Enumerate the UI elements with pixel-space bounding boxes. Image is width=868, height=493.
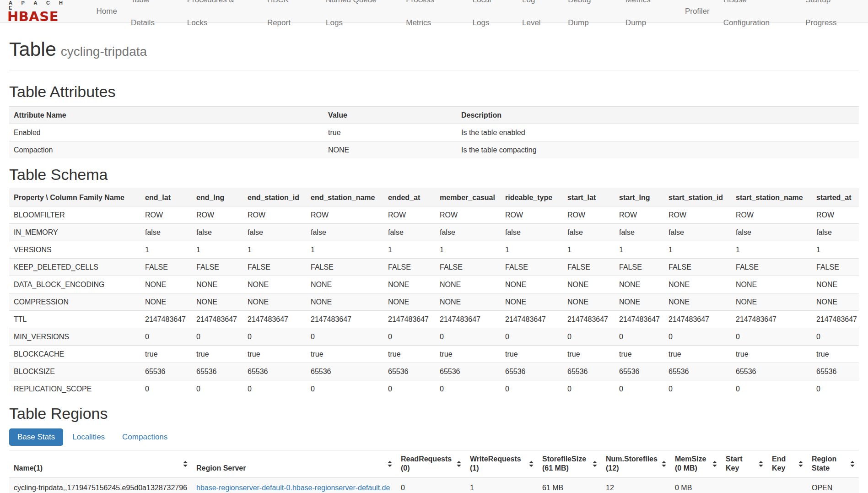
schema-property-value: FALSE (563, 259, 615, 276)
schema-property-value: 0 (243, 328, 306, 346)
nav-item-debug-dump[interactable]: Debug Dump (561, 0, 619, 34)
schema-property-value: 0 (501, 328, 563, 346)
region-read-requests-cell: 0 (396, 478, 465, 493)
schema-property-value: 0 (731, 380, 812, 398)
nav-item-hbase-configuration[interactable]: HBase Configuration (717, 0, 799, 34)
schema-property-value: 1 (563, 241, 615, 259)
top-navbar: A P A C H E HBASE HomeTable DetailsProce… (0, 0, 868, 23)
schema-property-value: true (435, 346, 501, 363)
sort-icon (662, 461, 666, 467)
regions-col-header-region-server[interactable]: Region Server (192, 450, 396, 478)
regions-col-header-end-key[interactable]: End Key (767, 450, 807, 478)
table-row: BLOCKCACHEtruetruetruetruetruetruetruetr… (9, 346, 859, 363)
schema-property-value: 65536 (615, 363, 664, 380)
schema-property-name: TTL (9, 311, 140, 328)
schema-property-value: ROW (435, 206, 501, 224)
regions-col-header-region-state[interactable]: Region State (807, 450, 859, 478)
regions-col-header-num-storefiles-12[interactable]: Num.Storefiles (12) (601, 450, 670, 478)
schema-property-value: 0 (664, 380, 731, 398)
schema-property-name: BLOCKCACHE (9, 346, 140, 363)
regions-col-header-memsize-0-mb[interactable]: MemSize (0 MB) (670, 450, 721, 478)
schema-family-header-start-station-id: start_station_id (664, 189, 731, 206)
region-start-key-cell (721, 478, 767, 493)
table-row: IN_MEMORYfalsefalsefalsefalsefalsefalsef… (9, 224, 859, 241)
schema-property-value: NONE (192, 276, 243, 293)
regions-col-header-readrequests-0[interactable]: ReadRequests (0) (396, 450, 465, 478)
schema-family-header-start-lat: start_lat (563, 189, 615, 206)
regions-col-header-name-1[interactable]: Name(1) (9, 450, 192, 478)
regions-col-header-writerequests-1[interactable]: WriteRequests (1) (465, 450, 538, 478)
schema-property-value: NONE (383, 293, 435, 311)
schema-property-value: false (615, 224, 664, 241)
schema-property-value: 1 (383, 241, 435, 259)
region-server-link[interactable]: hbase-regionserver-default-0.hbase-regio… (196, 484, 390, 493)
nav-item-procedures-locks[interactable]: Procedures & Locks (180, 0, 260, 34)
schema-property-value: 0 (140, 380, 192, 398)
schema-property-value: ROW (192, 206, 243, 224)
schema-property-name: IN_MEMORY (9, 224, 140, 241)
schema-property-value: NONE (501, 276, 563, 293)
schema-property-value: false (812, 224, 859, 241)
attribute-cell: NONE (323, 141, 457, 158)
schema-property-value: NONE (615, 276, 664, 293)
schema-property-name: DATA_BLOCK_ENCODING (9, 276, 140, 293)
nav-item-profiler[interactable]: Profiler (678, 0, 717, 23)
nav-item-local-logs[interactable]: Local Logs (466, 0, 515, 34)
schema-corner-header: Property \ Column Family Name (9, 189, 140, 206)
schema-property-value: 0 (192, 380, 243, 398)
attributes-col-header-description: Description (457, 106, 859, 124)
schema-property-value: 2147483647 (243, 311, 306, 328)
schema-property-name: BLOOMFILTER (9, 206, 140, 224)
sort-icon (712, 461, 717, 467)
schema-property-value: false (140, 224, 192, 241)
nav-item-startup-progress[interactable]: Startup Progress (798, 0, 868, 34)
schema-property-value: 0 (140, 328, 192, 346)
schema-property-value: FALSE (140, 259, 192, 276)
schema-property-value: 2147483647 (563, 311, 615, 328)
schema-property-value: 2147483647 (140, 311, 192, 328)
schema-family-header-ended-at: ended_at (383, 189, 435, 206)
regions-col-header-start-key[interactable]: Start Key (721, 450, 767, 478)
sort-icon (529, 461, 534, 467)
schema-property-value: 1 (615, 241, 664, 259)
schema-property-value: FALSE (243, 259, 306, 276)
schema-property-value: NONE (306, 276, 383, 293)
regions-col-label: ReadRequests (0) (401, 455, 452, 472)
schema-property-value: true (306, 346, 383, 363)
schema-property-value: true (812, 346, 859, 363)
table-row: BLOCKSIZE6553665536655366553665536655366… (9, 363, 859, 380)
schema-property-value: 0 (306, 328, 383, 346)
sort-icon (183, 461, 188, 467)
nav-item-table-details[interactable]: Table Details (124, 0, 180, 34)
schema-property-value: NONE (306, 293, 383, 311)
regions-col-header-storefilesize-61-mb[interactable]: StorefileSize (61 MB) (538, 450, 601, 478)
schema-property-value: 65536 (140, 363, 192, 380)
schema-property-value: NONE (731, 276, 812, 293)
schema-property-value: 1 (435, 241, 501, 259)
table-row: cycling-tripdata,,1719475156245.e95d0a13… (9, 478, 859, 493)
schema-property-value: FALSE (615, 259, 664, 276)
tab-base-stats[interactable]: Base Stats (9, 428, 63, 446)
schema-property-value: NONE (383, 276, 435, 293)
schema-property-value: NONE (812, 276, 859, 293)
nav-item-hbck-report[interactable]: HBCK Report (260, 0, 319, 34)
tab-localities[interactable]: Localities (64, 428, 113, 446)
hbase-logo[interactable]: A P A C H E HBASE (5, 0, 80, 23)
nav-item-log-level[interactable]: Log Level (515, 0, 561, 34)
tab-compactions[interactable]: Compactions (114, 428, 176, 446)
schema-property-value: 0 (243, 380, 306, 398)
schema-property-value: NONE (563, 293, 615, 311)
table-row: CompactionNONEIs the table compacting (9, 141, 859, 158)
schema-property-value: true (563, 346, 615, 363)
nav-item-home[interactable]: Home (90, 0, 124, 23)
attributes-header-row: Attribute NameValueDescription (9, 106, 859, 124)
schema-property-value: NONE (243, 293, 306, 311)
schema-property-value: FALSE (812, 259, 859, 276)
nav-item-metrics-dump[interactable]: Metrics Dump (619, 0, 678, 34)
schema-property-name: MIN_VERSIONS (9, 328, 140, 346)
schema-property-value: ROW (243, 206, 306, 224)
nav-item-process-metrics[interactable]: Process Metrics (399, 0, 465, 34)
sort-icon (593, 461, 597, 467)
schema-property-value: 0 (383, 380, 435, 398)
nav-item-named-queue-logs[interactable]: Named Queue Logs (319, 0, 399, 34)
